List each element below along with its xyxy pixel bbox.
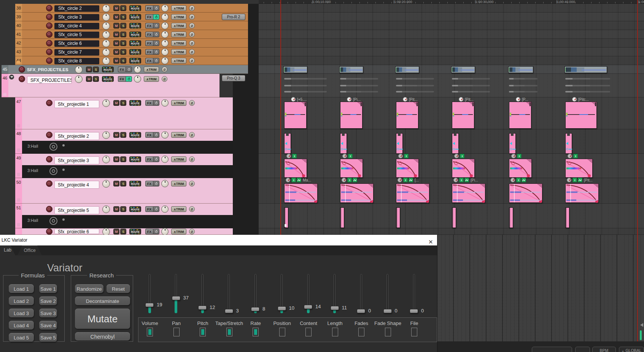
trim-knob[interactable]: [161, 22, 169, 29]
solo-button[interactable]: S: [120, 23, 126, 29]
record-arm-button[interactable]: [46, 31, 52, 38]
toolbar-button-wide[interactable]: [532, 347, 572, 352]
phase-button[interactable]: ø: [189, 132, 195, 138]
fx-button[interactable]: FX: [145, 23, 153, 29]
record-arm-button[interactable]: [19, 66, 25, 73]
mutate-button[interactable]: Mutate: [75, 309, 130, 329]
load-button[interactable]: Load 2: [9, 296, 34, 305]
arrange-area-lower[interactable]: [437, 235, 644, 341]
param-slider-handle[interactable]: [278, 306, 286, 311]
folder-collapse-button[interactable]: [9, 75, 14, 80]
route-button[interactable]: ROUTE: [102, 67, 114, 72]
param-slider-track[interactable]: [175, 274, 177, 312]
param-checkbox[interactable]: [279, 328, 285, 336]
track-number-strip[interactable]: 48: [15, 129, 22, 154]
trim-knob[interactable]: [161, 205, 169, 213]
solo-button[interactable]: S: [120, 32, 126, 37]
record-arm-button[interactable]: [19, 76, 25, 82]
mute-button[interactable]: M: [86, 76, 92, 82]
phase-button[interactable]: ø: [162, 67, 167, 72]
fx-power-button[interactable]: [153, 5, 159, 11]
fx-power-button[interactable]: [153, 14, 159, 20]
fx-power-button[interactable]: [153, 49, 159, 55]
track-name-field[interactable]: Sfx_circle 5: [54, 32, 99, 38]
trim-button[interactable]: ∧TRIM: [171, 5, 186, 11]
solo-button[interactable]: S: [120, 58, 126, 64]
track-number-strip[interactable]: 40: [15, 21, 22, 30]
load-button[interactable]: Load 4: [9, 321, 34, 330]
trim-knob[interactable]: [161, 180, 169, 187]
variator-titlebar[interactable]: LKC Variator ✕: [0, 235, 437, 245]
route-button[interactable]: ROUTE: [129, 40, 141, 46]
trim-knob[interactable]: [161, 5, 169, 12]
fx-chain-label[interactable]: Pro-R 2: [222, 14, 245, 20]
fx-button[interactable]: FX: [145, 132, 153, 138]
send-row[interactable]: 3:Hall: [22, 215, 233, 228]
solo-button[interactable]: S: [120, 156, 126, 162]
track-number-strip[interactable]: 42: [15, 39, 22, 48]
param-checkbox[interactable]: [358, 328, 364, 336]
route-button[interactable]: ROUTE: [129, 132, 141, 138]
track-panel[interactable]: Sfx_projectile 4MSROUTEFX∧TRIMø: [22, 178, 233, 204]
mute-button[interactable]: M: [113, 100, 119, 106]
trim-button[interactable]: ∧TRIM: [171, 206, 186, 212]
toolbar-button-small[interactable]: [575, 347, 590, 352]
fx-button[interactable]: FX: [145, 58, 153, 64]
mute-button[interactable]: M: [113, 49, 119, 55]
trim-button[interactable]: ∧TRIM: [171, 32, 186, 37]
param-checkbox[interactable]: [226, 328, 232, 336]
route-button[interactable]: ROUTE: [129, 23, 141, 29]
fx-chain-label[interactable]: Pro-Q 3: [222, 75, 245, 81]
send-knob[interactable]: [49, 167, 57, 175]
record-arm-button[interactable]: [46, 22, 52, 29]
track-name-field[interactable]: Sfx_circle 8: [54, 58, 99, 65]
phase-button[interactable]: ø: [189, 181, 195, 186]
track-panel[interactable]: SFX_PROJECTILESMSROUTEFX∧TRIMø: [8, 65, 248, 74]
track-name-field[interactable]: Sfx_projectile 4: [54, 181, 99, 189]
route-button[interactable]: ROUTE: [129, 181, 141, 186]
fx-power-button[interactable]: [126, 67, 132, 72]
mute-button[interactable]: M: [113, 5, 119, 11]
trim-button[interactable]: ∧TRIM: [171, 132, 186, 138]
record-arm-button[interactable]: [46, 228, 52, 235]
pan-knob[interactable]: [102, 48, 110, 56]
track-name-field[interactable]: Sfx_circle 7: [54, 49, 99, 56]
track-panel[interactable]: Sfx_circle 5MSROUTEFX∧TRIMø: [22, 30, 248, 39]
track-name-field[interactable]: SFX_PROJECTILES: [27, 67, 72, 73]
track-panel[interactable]: Sfx_circle 2MSROUTEFX∧TRIMø: [22, 4, 248, 13]
phase-button[interactable]: ø: [189, 40, 195, 46]
save-button[interactable]: Save 2: [39, 296, 57, 305]
track-number-strip[interactable]: 46: [2, 74, 8, 97]
track-number-strip[interactable]: 38: [15, 4, 22, 13]
param-checkbox[interactable]: [305, 328, 312, 336]
trim-button[interactable]: ∧TRIM: [171, 181, 186, 186]
track-name-field[interactable]: Sfx_circle 2: [54, 5, 99, 12]
solo-button[interactable]: S: [120, 40, 126, 46]
route-button[interactable]: ROUTE: [129, 229, 141, 234]
mute-button[interactable]: M: [113, 229, 119, 234]
save-button[interactable]: Save 1: [39, 284, 57, 293]
fx-button[interactable]: FX: [145, 32, 153, 37]
route-button[interactable]: ROUTE: [129, 5, 141, 11]
route-button[interactable]: ROUTE: [129, 100, 141, 106]
pan-knob[interactable]: [102, 40, 110, 47]
track-panel[interactable]: Sfx_circle 8MSROUTEFX∧TRIMø: [22, 56, 248, 65]
phase-button[interactable]: ø: [189, 229, 195, 234]
fx-power-button[interactable]: [153, 32, 159, 37]
param-slider-handle[interactable]: [357, 309, 365, 313]
solo-button[interactable]: S: [120, 181, 126, 186]
track-name-field[interactable]: SFX_PROJECTILES: [27, 76, 72, 84]
mute-button[interactable]: M: [113, 40, 119, 46]
param-slider-handle[interactable]: [198, 306, 207, 310]
solo-button[interactable]: S: [120, 229, 126, 234]
fx-button[interactable]: FX: [145, 49, 153, 55]
track-number-strip[interactable]: 49: [15, 154, 22, 178]
track-panel[interactable]: Sfx_projectile 6MSROUTEFX∧TRIMø: [22, 228, 233, 235]
mute-button[interactable]: M: [113, 156, 119, 162]
trim-knob[interactable]: [161, 131, 169, 139]
send-row[interactable]: 3:Hall: [22, 141, 233, 154]
mute-button[interactable]: M: [86, 67, 92, 72]
trim-knob[interactable]: [161, 31, 169, 38]
mute-button[interactable]: M: [113, 14, 119, 20]
track-name-field[interactable]: Sfx_projectile 3: [54, 156, 99, 164]
